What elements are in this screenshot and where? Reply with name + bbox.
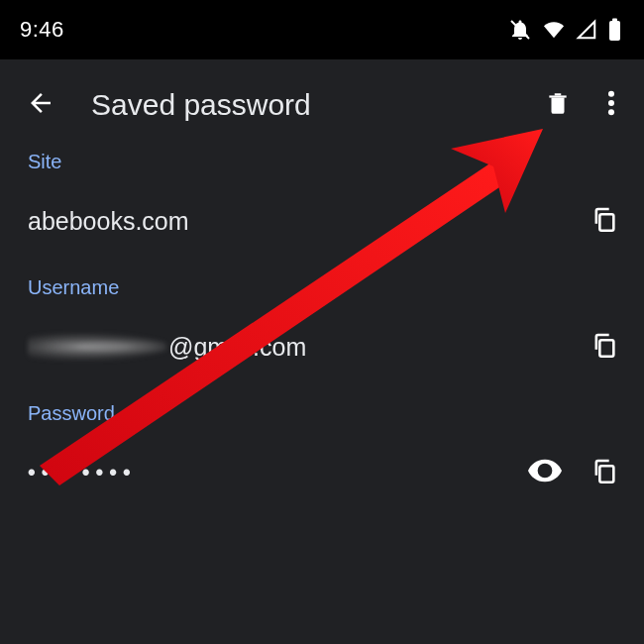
svg-rect-9 [599, 466, 613, 482]
status-bar: 9:46 [0, 0, 644, 59]
password-label: Password [28, 402, 634, 425]
status-time: 9:46 [20, 17, 64, 43]
more-vert-icon [607, 89, 615, 121]
wifi-icon [542, 19, 566, 41]
app-surface: Saved password Site abebooks.com [0, 59, 644, 644]
page-title: Saved password [91, 88, 531, 122]
password-value[interactable]: •••••••• [28, 460, 515, 485]
back-button[interactable] [14, 78, 67, 132]
copy-site-button[interactable] [575, 191, 634, 251]
username-value[interactable]: @gmail.com [28, 333, 575, 362]
copy-password-button[interactable] [575, 443, 634, 502]
copy-username-button[interactable] [575, 317, 634, 376]
copy-icon [590, 330, 618, 364]
do-not-disturb-icon [508, 18, 532, 42]
copy-icon [590, 204, 618, 238]
trash-icon [545, 89, 571, 121]
username-label: Username [28, 276, 634, 299]
svg-point-5 [608, 109, 614, 115]
delete-button[interactable] [531, 78, 585, 132]
copy-icon [590, 456, 618, 489]
svg-point-4 [608, 100, 614, 106]
arrow-back-icon [26, 88, 55, 122]
battery-icon [607, 18, 622, 42]
site-value[interactable]: abebooks.com [28, 207, 575, 236]
svg-point-8 [541, 467, 550, 476]
username-suffix: @gmail.com [168, 333, 306, 362]
username-field: Username @gmail.com [28, 276, 634, 376]
status-icons [508, 18, 622, 42]
content-area: Site abebooks.com Username [0, 131, 644, 502]
site-label: Site [28, 151, 634, 173]
svg-rect-1 [609, 21, 620, 41]
svg-rect-2 [612, 19, 617, 22]
svg-point-3 [608, 91, 614, 97]
site-field: Site abebooks.com [28, 151, 634, 251]
svg-rect-7 [599, 340, 613, 356]
toggle-password-visibility-button[interactable] [515, 443, 575, 502]
overflow-menu-button[interactable] [585, 78, 638, 132]
cell-signal-icon [576, 19, 597, 41]
redacted-smudge [28, 333, 166, 361]
svg-rect-6 [599, 214, 613, 230]
app-bar: Saved password [0, 59, 644, 131]
eye-icon [528, 458, 562, 487]
password-field: Password •••••••• [28, 402, 634, 502]
